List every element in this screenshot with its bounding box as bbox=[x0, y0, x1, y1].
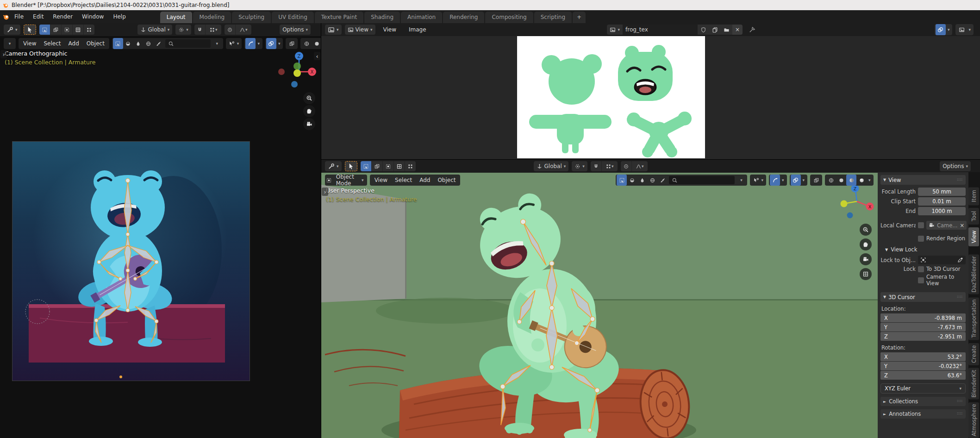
shading-sphere-icon[interactable] bbox=[627, 175, 637, 186]
collections-panel-header[interactable]: ► Collections ∷∷ bbox=[880, 397, 966, 406]
xray-toggle[interactable] bbox=[286, 38, 298, 49]
cursor-rotation-x[interactable]: X53.2° bbox=[880, 352, 966, 361]
select-filter-icon[interactable] bbox=[617, 175, 627, 186]
select-mode-subtract[interactable] bbox=[383, 161, 394, 171]
view-panel-header[interactable]: ▼ View ∷∷ bbox=[880, 175, 966, 185]
shading-wireframe-icon[interactable] bbox=[301, 38, 312, 49]
perspective-viewport[interactable]: ▾ Global▾ ▾ ▾ ▾ Options▾ bbox=[321, 160, 980, 438]
zoom-button[interactable] bbox=[860, 224, 872, 236]
show-gizmos-toggle[interactable]: ▾ bbox=[769, 175, 787, 186]
display-channels-dropdown[interactable]: ▾ bbox=[955, 24, 974, 35]
paint-drop-icon[interactable] bbox=[133, 38, 144, 49]
snap-toggle[interactable] bbox=[591, 161, 602, 171]
shading-solid-icon[interactable] bbox=[312, 38, 321, 49]
drag-dots-icon[interactable]: ∷∷ bbox=[957, 295, 963, 299]
pan-hand-button[interactable] bbox=[303, 105, 315, 117]
options-dropdown[interactable]: Options▾ bbox=[940, 161, 971, 171]
filter-dropdown[interactable]: ▾ bbox=[212, 38, 222, 49]
zoom-button[interactable] bbox=[303, 92, 315, 104]
paint-drop-icon[interactable] bbox=[637, 175, 647, 186]
options-dropdown[interactable]: Options▾ bbox=[280, 25, 311, 35]
tab-texture-paint[interactable]: Texture Paint bbox=[315, 12, 363, 23]
annotations-panel-header[interactable]: ► Annotations ∷∷ bbox=[880, 409, 966, 419]
shading-rendered-icon[interactable] bbox=[856, 175, 867, 186]
menu-select[interactable]: Select bbox=[391, 175, 416, 186]
show-gizmos-toggle[interactable]: ▾ bbox=[244, 38, 262, 49]
drag-dots-icon[interactable]: ∷∷ bbox=[957, 178, 963, 182]
menu-view[interactable]: View bbox=[379, 25, 401, 35]
tab-animation[interactable]: Animation bbox=[401, 12, 442, 23]
menu-render[interactable]: Render bbox=[48, 12, 77, 22]
mode-dropdown[interactable]: Object Mode▾ bbox=[325, 175, 367, 186]
menu-file[interactable]: File bbox=[10, 12, 28, 22]
shading-solid-icon[interactable] bbox=[836, 175, 846, 186]
camera-to-view-checkbox[interactable] bbox=[918, 277, 924, 283]
close-icon[interactable]: × bbox=[960, 223, 964, 228]
mode-dropdown-collapsed[interactable]: ▾ bbox=[4, 38, 16, 49]
pin-button[interactable] bbox=[746, 25, 758, 35]
shading-wireframe-icon[interactable] bbox=[826, 175, 836, 186]
display-mode-dropdown[interactable]: View▾ bbox=[345, 25, 375, 35]
menu-view[interactable]: View bbox=[19, 38, 40, 49]
tab-compositing[interactable]: Compositing bbox=[485, 12, 533, 23]
xray-toggle[interactable] bbox=[810, 175, 822, 186]
brush-icon[interactable] bbox=[154, 38, 164, 49]
tab-sculpting[interactable]: Sculpting bbox=[232, 12, 271, 23]
select-mode-new[interactable] bbox=[361, 161, 372, 171]
tab-layout[interactable]: Layout bbox=[160, 12, 192, 23]
fake-user-button[interactable] bbox=[698, 25, 709, 35]
menu-edit[interactable]: Edit bbox=[28, 12, 48, 22]
drag-dots-icon[interactable]: ∷∷ bbox=[957, 400, 963, 403]
new-image-button[interactable] bbox=[709, 25, 721, 35]
rotation-order-dropdown[interactable]: XYZ Euler ▾ bbox=[880, 383, 966, 394]
camera-view-button[interactable] bbox=[860, 253, 872, 265]
gizmo-dropdown[interactable]: ▾ bbox=[226, 38, 242, 49]
snap-toggle[interactable] bbox=[194, 25, 206, 35]
axis-gizmo[interactable]: Z X bbox=[836, 182, 879, 221]
clip-end-field[interactable]: 1000 m bbox=[918, 207, 966, 215]
image-name-field[interactable]: frog_tex bbox=[623, 25, 698, 35]
shading-material-icon[interactable] bbox=[846, 175, 856, 186]
tab-rendering[interactable]: Rendering bbox=[443, 12, 484, 23]
axis-gizmo[interactable]: Z X bbox=[277, 49, 319, 90]
cursor-panel-header[interactable]: ▼ 3D Cursor ∷∷ bbox=[880, 292, 966, 302]
image-editor[interactable]: ▾ View▾ View Image ▾ frog_tex × ▾ ▾ bbox=[321, 23, 980, 160]
proportional-edit-toggle[interactable] bbox=[225, 25, 236, 35]
sidebar-tab-transportation[interactable]: Transportation bbox=[968, 297, 979, 340]
camera-view-button[interactable] bbox=[303, 118, 315, 130]
add-workspace-button[interactable]: + bbox=[573, 12, 586, 23]
tab-scripting[interactable]: Scripting bbox=[534, 12, 572, 23]
menu-help[interactable]: Help bbox=[108, 12, 130, 22]
select-mode-intersect[interactable] bbox=[405, 161, 416, 171]
world-globe-icon[interactable] bbox=[144, 38, 154, 49]
falloff-dropdown[interactable]: ▾ bbox=[236, 25, 251, 35]
search-input[interactable] bbox=[669, 176, 735, 184]
select-mode-extend[interactable] bbox=[50, 25, 62, 35]
falloff-dropdown[interactable]: ▾ bbox=[632, 161, 648, 171]
pivot-point-dropdown[interactable]: ▾ bbox=[572, 161, 587, 171]
filter-dropdown[interactable]: ▾ bbox=[736, 175, 746, 186]
camera-view-scene[interactable] bbox=[12, 141, 250, 381]
world-globe-icon[interactable] bbox=[647, 175, 657, 186]
pan-hand-button[interactable] bbox=[860, 238, 872, 250]
drag-dots-icon[interactable]: ∷∷ bbox=[957, 412, 963, 416]
menu-object[interactable]: Object bbox=[434, 175, 459, 186]
tab-modeling[interactable]: Modeling bbox=[193, 12, 231, 23]
sidebar-tab-atmosphere[interactable]: Atmosphere bbox=[968, 402, 979, 438]
select-box-tool-button[interactable] bbox=[24, 25, 36, 35]
local-camera-checkbox[interactable] bbox=[918, 222, 924, 228]
editor-type-button[interactable]: ▾ bbox=[325, 161, 342, 171]
cursor-location-x[interactable]: X-0.8398 m bbox=[880, 313, 966, 322]
sidebar-tab-view[interactable]: View bbox=[968, 227, 979, 246]
perspective-toggle-button[interactable] bbox=[860, 268, 872, 280]
gizmo-dropdown[interactable]: ▾ bbox=[750, 175, 766, 186]
tab-uv-editing[interactable]: UV Editing bbox=[272, 12, 314, 23]
transform-orientation-dropdown[interactable]: Global▾ bbox=[534, 161, 569, 171]
tab-shading[interactable]: Shading bbox=[364, 12, 400, 23]
texture-canvas[interactable] bbox=[517, 36, 705, 158]
select-mode-new[interactable] bbox=[39, 25, 50, 35]
select-mode-invert[interactable] bbox=[73, 25, 84, 35]
select-filter-icon[interactable] bbox=[113, 38, 123, 49]
menu-select[interactable]: Select bbox=[40, 38, 64, 49]
lock-to-object-field[interactable] bbox=[918, 256, 966, 264]
